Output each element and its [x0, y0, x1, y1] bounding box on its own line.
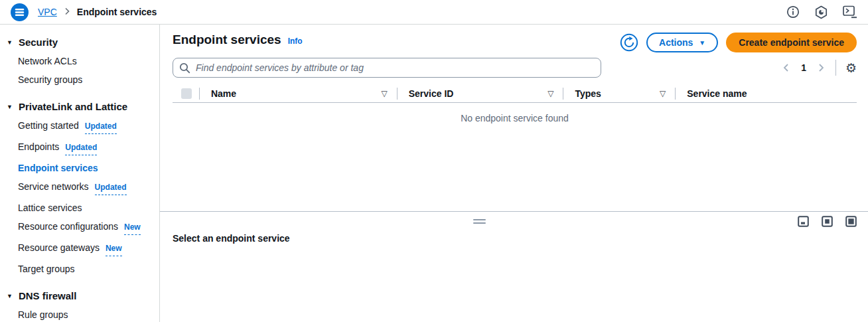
panel-position-bottom-icon[interactable]: [798, 216, 809, 227]
next-page-icon[interactable]: [814, 61, 828, 74]
split-panel-drag-handle[interactable]: [473, 219, 486, 224]
hexagon-clock-icon[interactable]: [814, 5, 828, 19]
updated-badge: Updated: [65, 141, 97, 155]
sidebar-item-resource-gateways[interactable]: Resource gateways New: [0, 238, 159, 260]
sidebar-item-resource-configurations[interactable]: Resource configurations New: [0, 217, 159, 238]
nav-section-title: DNS firewall: [19, 290, 77, 301]
hamburger-menu-icon[interactable]: [11, 3, 29, 21]
sidebar-item-target-groups[interactable]: Target groups: [0, 260, 159, 278]
sidebar-item-label: Endpoints: [18, 141, 59, 153]
breadcrumb-vpc-link[interactable]: VPC: [38, 7, 57, 17]
select-all-checkbox[interactable]: [181, 88, 192, 99]
sidebar-item-getting-started[interactable]: Getting started Updated: [0, 116, 159, 137]
updated-badge: Updated: [95, 181, 127, 195]
divider: [835, 60, 836, 76]
page-number[interactable]: 1: [796, 62, 812, 73]
nav-section-dns-firewall-header[interactable]: ▼ DNS firewall: [0, 286, 159, 305]
column-header-service-name[interactable]: Service name: [676, 88, 857, 99]
chevron-down-icon: ▼: [7, 39, 13, 46]
sidebar-item-service-networks[interactable]: Service networks Updated: [0, 177, 159, 199]
column-label: Name: [211, 88, 236, 99]
gear-icon[interactable]: ⚙: [845, 62, 857, 74]
column-label: Service ID: [409, 88, 454, 99]
previous-page-icon[interactable]: [780, 61, 793, 74]
nav-section-title: Security: [19, 37, 58, 48]
nav-section-privatelink-header[interactable]: ▼ PrivateLink and Lattice: [0, 97, 159, 116]
sidebar-item-label: Target groups: [18, 263, 75, 275]
cloudshell-icon[interactable]: [843, 5, 857, 19]
updated-badge: Updated: [85, 120, 117, 134]
actions-button[interactable]: Actions ▼: [646, 33, 718, 52]
breadcrumb-current: Endpoint services: [77, 7, 157, 17]
sidebar-item-label: Getting started: [18, 120, 79, 131]
info-icon[interactable]: [786, 5, 800, 19]
sidebar-item-network-acls[interactable]: Network ACLs: [0, 52, 159, 70]
side-navigation: ▼ Security Network ACLs Security groups …: [0, 25, 160, 322]
page-title: Endpoint services: [173, 33, 281, 47]
sidebar-item-label: Resource configurations: [18, 220, 118, 232]
sidebar-item-label: Resource gateways: [18, 242, 100, 254]
sidebar-item-rule-groups[interactable]: Rule groups: [0, 305, 159, 322]
chevron-down-icon: ▼: [7, 293, 13, 299]
new-badge: New: [124, 221, 141, 235]
sidebar-item-label: Network ACLs: [18, 55, 77, 67]
chevron-down-icon: ▼: [7, 104, 13, 110]
nav-section-privatelink: ▼ PrivateLink and Lattice Getting starte…: [0, 97, 159, 278]
split-panel-title: Select an endpoint service: [173, 233, 868, 244]
nav-section-dns-firewall: ▼ DNS firewall Rule groups Domain lists: [0, 286, 159, 322]
search-input[interactable]: [173, 58, 601, 78]
main-content: Endpoint services Info Actions ▼ Create …: [160, 25, 868, 322]
empty-state-message: No endpoint service found: [173, 103, 857, 133]
breadcrumb: VPC Endpoint services: [38, 7, 157, 17]
sidebar-item-label: Service networks: [18, 181, 89, 193]
sidebar-item-label: Security groups: [18, 74, 82, 86]
top-navigation-bar: VPC Endpoint services: [0, 0, 868, 25]
nav-section-security: ▼ Security Network ACLs Security groups: [0, 33, 159, 89]
actions-button-label: Actions: [659, 37, 693, 48]
sidebar-item-label: Lattice services: [18, 202, 82, 214]
create-endpoint-service-button[interactable]: Create endpoint service: [726, 33, 857, 52]
split-panel: Select an endpoint service: [160, 211, 868, 322]
panel-position-side-icon[interactable]: [822, 216, 833, 227]
nav-section-title: PrivateLink and Lattice: [19, 101, 127, 112]
sidebar-item-security-groups[interactable]: Security groups: [0, 70, 159, 89]
column-label: Types: [575, 88, 601, 99]
new-badge: New: [106, 242, 122, 256]
endpoint-services-table: Name ▽ Service ID ▽ Types ▽ Service name: [173, 85, 857, 133]
caret-down-icon: ▼: [699, 39, 705, 46]
sidebar-item-endpoint-services[interactable]: Endpoint services: [0, 159, 159, 177]
sidebar-item-label: Endpoint services: [18, 162, 98, 174]
nav-section-security-header[interactable]: ▼ Security: [0, 33, 159, 52]
column-header-service-id[interactable]: Service ID ▽: [398, 88, 563, 99]
sidebar-item-lattice-services[interactable]: Lattice services: [0, 199, 159, 217]
column-label: Service name: [687, 88, 747, 99]
pagination: 1 ⚙: [780, 60, 857, 76]
sort-icon[interactable]: ▽: [381, 89, 387, 98]
sidebar-item-endpoints[interactable]: Endpoints Updated: [0, 137, 159, 159]
column-header-name[interactable]: Name ▽: [200, 88, 397, 99]
sidebar-item-label: Rule groups: [18, 309, 68, 321]
table-header-row: Name ▽ Service ID ▽ Types ▽ Service name: [173, 85, 857, 103]
refresh-button[interactable]: [620, 33, 638, 52]
breadcrumb-separator-icon: [64, 7, 70, 17]
info-link[interactable]: Info: [288, 37, 303, 46]
panel-maximize-icon[interactable]: [845, 216, 857, 227]
sort-icon[interactable]: ▽: [547, 89, 553, 98]
column-header-types[interactable]: Types ▽: [563, 88, 675, 99]
sort-icon[interactable]: ▽: [660, 89, 666, 98]
